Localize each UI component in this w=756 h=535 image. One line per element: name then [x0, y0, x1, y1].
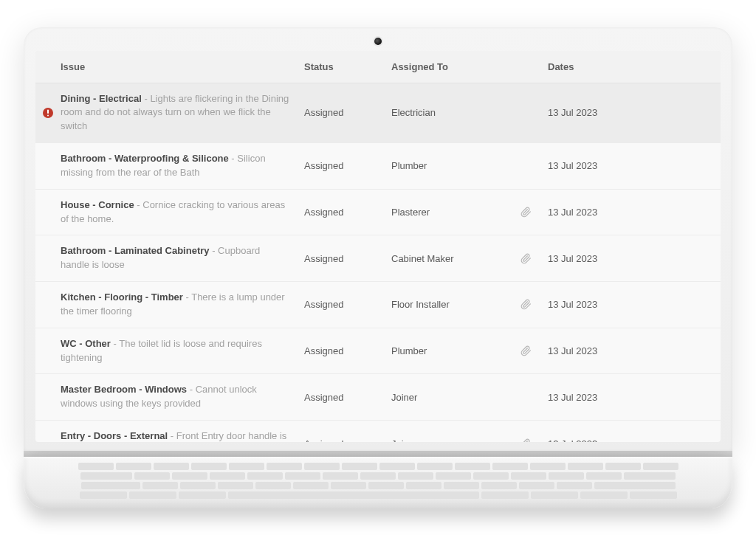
col-status[interactable]: Status	[304, 61, 391, 72]
table-row[interactable]: WC - Other - The toilet lid is loose and…	[35, 328, 721, 375]
status-cell: Assigned	[304, 253, 391, 264]
laptop-base	[24, 457, 732, 508]
status-cell: Assigned	[304, 345, 391, 356]
issue-title: Entry - Doors - External	[61, 430, 168, 441]
table-row[interactable]: Bathroom - Waterproofing & Silicone - Si…	[35, 143, 721, 190]
webcam-icon	[374, 38, 382, 45]
table-row[interactable]: Dining - Electrical - Lights are flicker…	[35, 83, 721, 144]
laptop-screen: Issue Status Assigned To Dates Dining - …	[35, 51, 721, 442]
alert-icon	[42, 107, 54, 119]
status-cell: Assigned	[304, 207, 391, 218]
svg-rect-1	[47, 109, 49, 114]
issue-cell[interactable]: House - Cornice - Cornice cracking to va…	[61, 199, 304, 227]
table-header-row: Issue Status Assigned To Dates	[35, 51, 721, 83]
issue-cell[interactable]: Bathroom - Waterproofing & Silicone - Si…	[61, 152, 304, 180]
paperclip-icon[interactable]	[520, 345, 532, 356]
issue-title: Master Bedroom - Windows	[61, 384, 187, 395]
attachment-cell[interactable]	[504, 207, 548, 218]
assigned-cell: Joiner	[391, 392, 504, 403]
issue-title: Bathroom - Laminated Cabinetry	[61, 245, 210, 256]
date-cell: 13 Jul 2023	[548, 160, 721, 171]
col-assigned[interactable]: Assigned To	[391, 61, 504, 72]
assigned-cell: Electrician	[391, 107, 504, 118]
keyboard	[61, 463, 695, 499]
assigned-cell: Plumber	[391, 160, 504, 171]
priority-cell	[35, 107, 61, 119]
issue-cell[interactable]: Dining - Electrical - Lights are flicker…	[61, 92, 304, 134]
date-cell: 13 Jul 2023	[548, 438, 721, 442]
issue-title: Dining - Electrical	[61, 93, 142, 104]
issue-title: Kitchen - Flooring - Timber	[61, 291, 183, 303]
table-row[interactable]: Master Bedroom - Windows - Cannot unlock…	[35, 374, 721, 421]
status-cell: Assigned	[304, 392, 391, 403]
issue-title: WC - Other	[61, 338, 111, 349]
date-cell: 13 Jul 2023	[548, 392, 721, 403]
table-row[interactable]: Kitchen - Flooring - Timber - There is a…	[35, 282, 721, 328]
issue-cell[interactable]: Entry - Doors - External - Front Entry d…	[61, 429, 304, 441]
issue-cell[interactable]: WC - Other - The toilet lid is loose and…	[61, 337, 304, 365]
paperclip-icon[interactable]	[520, 438, 532, 442]
date-cell: 13 Jul 2023	[548, 253, 721, 264]
assigned-cell: Plumber	[391, 345, 504, 356]
col-dates[interactable]: Dates	[548, 61, 721, 72]
status-cell: Assigned	[304, 299, 391, 310]
assigned-cell: Plasterer	[391, 207, 504, 218]
attachment-cell[interactable]	[504, 345, 548, 356]
issue-cell[interactable]: Bathroom - Laminated Cabinetry - Cupboar…	[61, 244, 304, 272]
issue-cell[interactable]: Kitchen - Flooring - Timber - There is a…	[61, 291, 304, 319]
paperclip-icon[interactable]	[520, 253, 532, 264]
laptop-hinge	[24, 451, 732, 457]
attachment-cell[interactable]	[504, 299, 548, 310]
status-cell: Assigned	[304, 438, 391, 442]
paperclip-icon[interactable]	[520, 299, 532, 310]
assigned-cell: Cabinet Maker	[391, 253, 504, 264]
laptop-bezel: Issue Status Assigned To Dates Dining - …	[24, 27, 732, 451]
issue-cell[interactable]: Master Bedroom - Windows - Cannot unlock…	[61, 383, 304, 411]
laptop-mockup: Issue Status Assigned To Dates Dining - …	[24, 27, 732, 508]
date-cell: 13 Jul 2023	[548, 107, 721, 118]
date-cell: 13 Jul 2023	[548, 299, 721, 310]
issues-table: Issue Status Assigned To Dates Dining - …	[35, 51, 721, 442]
date-cell: 13 Jul 2023	[548, 207, 721, 218]
assigned-cell: Joiner	[391, 438, 504, 442]
status-cell: Assigned	[304, 160, 391, 171]
issue-title: House - Cornice	[61, 199, 134, 210]
assigned-cell: Floor Installer	[391, 299, 504, 310]
date-cell: 13 Jul 2023	[548, 345, 721, 356]
svg-rect-2	[47, 114, 49, 116]
table-row[interactable]: House - Cornice - Cornice cracking to va…	[35, 190, 721, 236]
status-cell: Assigned	[304, 107, 391, 118]
col-issue[interactable]: Issue	[61, 61, 304, 72]
attachment-cell[interactable]	[504, 253, 548, 264]
paperclip-icon[interactable]	[520, 207, 532, 218]
issue-title: Bathroom - Waterproofing & Silicone	[61, 153, 229, 164]
table-row[interactable]: Entry - Doors - External - Front Entry d…	[35, 421, 721, 441]
attachment-cell[interactable]	[504, 438, 548, 442]
table-row[interactable]: Bathroom - Laminated Cabinetry - Cupboar…	[35, 235, 721, 282]
